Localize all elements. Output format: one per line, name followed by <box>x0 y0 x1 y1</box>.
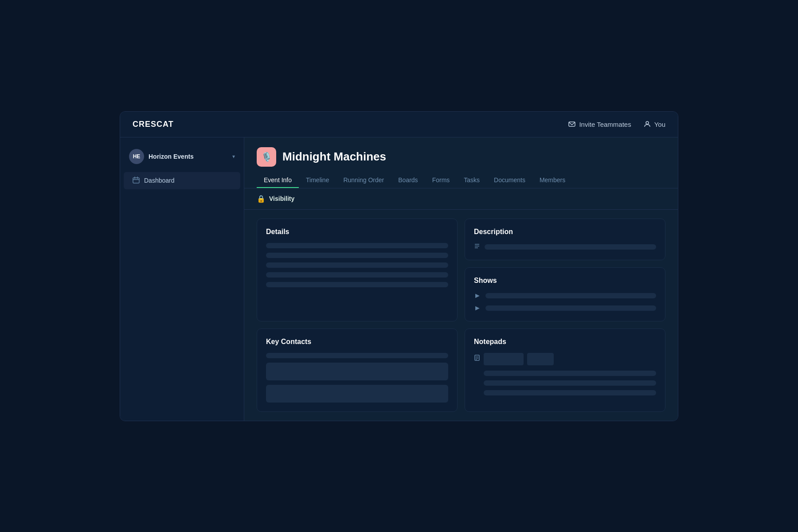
key-contacts-title: Key Contacts <box>266 338 448 346</box>
play-icon: ► <box>474 292 481 300</box>
show-row: ► <box>474 304 656 312</box>
chevron-down-icon: ▾ <box>232 153 235 160</box>
skeleton-row <box>266 353 448 358</box>
notepads-title: Notepads <box>474 338 656 346</box>
event-title: Midnight Machines <box>282 150 386 164</box>
visibility-label: Visibility <box>269 195 294 202</box>
notepad-tabs-area <box>484 353 656 395</box>
details-card: Details <box>257 219 458 321</box>
body-layout: HE Horizon Events ▾ Dashboard <box>120 137 678 421</box>
org-selector[interactable]: HE Horizon Events ▾ <box>120 145 244 168</box>
skeleton-row <box>485 305 656 311</box>
description-card: Description <box>465 219 665 260</box>
notepad-tabs <box>484 353 656 365</box>
shows-card: Shows ► ► <box>465 267 665 321</box>
description-title: Description <box>474 228 656 236</box>
tab-event-info[interactable]: Event Info <box>257 173 299 188</box>
header: CRESCAT Invite Teammates You <box>120 112 678 137</box>
notepad-icon <box>474 355 480 363</box>
sidebar: HE Horizon Events ▾ Dashboard <box>120 137 244 421</box>
tabs-bar: Event Info Timeline Running Order Boards… <box>244 167 678 188</box>
svg-rect-2 <box>133 178 139 183</box>
skeleton-row <box>484 390 656 395</box>
skeleton-row <box>484 380 656 386</box>
user-icon <box>644 121 651 128</box>
notepad-tab-active[interactable] <box>484 353 524 365</box>
skeleton-row <box>266 385 448 403</box>
skeleton-row <box>485 293 656 298</box>
list-icon <box>474 243 480 251</box>
main-content: 🎙️ Midnight Machines Event Info Timeline… <box>244 137 678 421</box>
header-actions: Invite Teammates You <box>568 121 665 128</box>
dashboard-label: Dashboard <box>144 177 175 184</box>
notepads-card: Notepads <box>465 329 665 412</box>
shows-title: Shows <box>474 277 656 285</box>
skeleton-row <box>266 253 448 258</box>
user-label: You <box>654 121 665 128</box>
tab-timeline[interactable]: Timeline <box>299 173 336 188</box>
skeleton-row <box>266 262 448 268</box>
envelope-icon <box>568 121 575 128</box>
event-header: 🎙️ Midnight Machines <box>244 137 678 167</box>
notepad-content-row <box>474 353 656 395</box>
event-icon: 🎙️ <box>257 147 276 167</box>
tab-members[interactable]: Members <box>532 173 572 188</box>
sidebar-item-dashboard[interactable]: Dashboard <box>124 172 240 189</box>
svg-point-1 <box>646 121 649 124</box>
details-title: Details <box>266 228 448 236</box>
description-row <box>474 243 656 251</box>
skeleton-row <box>266 243 448 248</box>
calendar-icon <box>133 176 140 185</box>
skeleton-row <box>266 282 448 287</box>
visibility-bar: 🔒 Visibility <box>244 188 678 210</box>
cards-grid: Details Description Shows ► ► Key Contac… <box>244 210 678 421</box>
skeleton-row <box>484 371 656 376</box>
invite-teammates-button[interactable]: Invite Teammates <box>568 121 631 128</box>
skeleton-row <box>485 244 656 250</box>
play-icon: ► <box>474 304 481 312</box>
skeleton-row <box>266 363 448 380</box>
skeleton-row <box>266 272 448 278</box>
invite-teammates-label: Invite Teammates <box>579 121 631 128</box>
notepad-tab-inactive[interactable] <box>527 353 554 365</box>
logo: CRESCAT <box>133 120 174 129</box>
tab-running-order[interactable]: Running Order <box>336 173 391 188</box>
app-container: CRESCAT Invite Teammates You <box>120 111 678 421</box>
user-button[interactable]: You <box>644 121 665 128</box>
tab-documents[interactable]: Documents <box>487 173 532 188</box>
tab-boards[interactable]: Boards <box>391 173 425 188</box>
org-name: Horizon Events <box>149 153 228 160</box>
tab-tasks[interactable]: Tasks <box>457 173 487 188</box>
show-row: ► <box>474 292 656 300</box>
right-column: Description Shows ► ► <box>465 219 665 321</box>
org-avatar: HE <box>129 149 144 164</box>
key-contacts-card: Key Contacts <box>257 329 458 412</box>
tab-forms[interactable]: Forms <box>425 173 457 188</box>
lock-icon: 🔒 <box>257 195 266 203</box>
